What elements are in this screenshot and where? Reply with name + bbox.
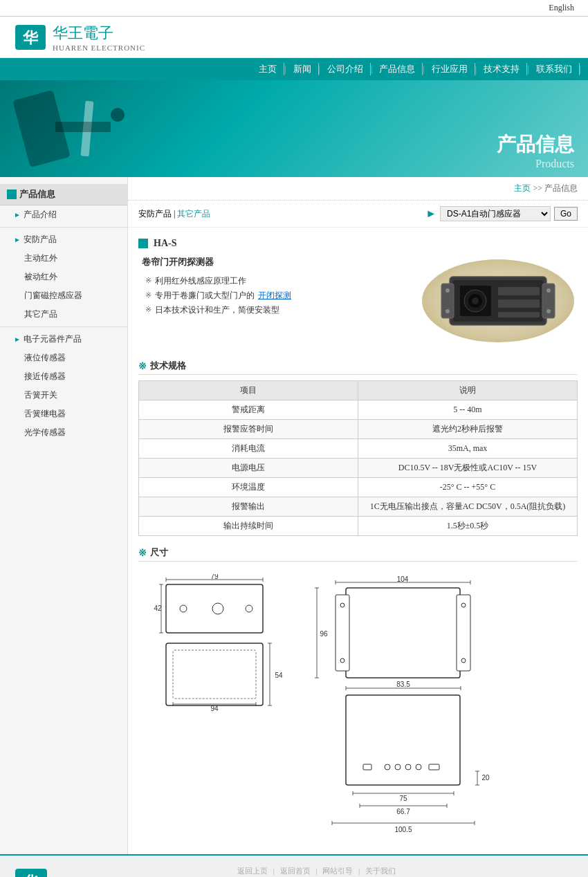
- spec-item-6: 报警输出: [139, 497, 358, 517]
- svg-text:96: 96: [320, 630, 328, 638]
- sidebar-item-product-intro[interactable]: ► 产品介绍: [0, 205, 127, 224]
- svg-point-5: [445, 288, 450, 293]
- spec-section-header: ※ 技术规格: [138, 360, 578, 375]
- logo-company-en: HUAREN ELECTRONIC: [53, 44, 145, 52]
- product-features: 利用红外线感应原理工作 专用于卷廉门或大型门户的开闭探测 日本技术设计和生产，简…: [138, 274, 419, 317]
- svg-rect-43: [457, 595, 470, 671]
- feature-2: 专用于卷廉门或大型门户的开闭探测: [145, 288, 419, 303]
- svg-point-9: [546, 309, 551, 313]
- footer-link-guide[interactable]: 网站引导: [322, 867, 353, 875]
- sidebar-item-reed-switch[interactable]: 舌簧开关: [0, 386, 127, 405]
- breadcrumb-home[interactable]: 主页: [514, 183, 531, 193]
- dimensions-area: ※ 尺寸 79: [138, 546, 578, 844]
- sidebar-title-label: 产品信息: [19, 188, 55, 201]
- sidebar-dot-icon: [7, 190, 17, 199]
- sidebar-item-passive-ir[interactable]: 被动红外: [0, 268, 127, 286]
- sidebar-item-active-ir[interactable]: 主动红外: [0, 249, 127, 268]
- sidebar-item-reed-relay[interactable]: 舌簧继电器: [0, 405, 127, 423]
- specs-table: 项目 说明 警戒距离 5 -- 40m 报警应答时间 遮光约2秒种后报警 消耗电…: [138, 380, 578, 536]
- nav-industry[interactable]: 行业应用: [425, 63, 475, 75]
- header: 华 华王電子 HUAREN ELECTRONIC: [0, 17, 588, 58]
- banner-title-en: Products: [497, 158, 574, 170]
- nav-about[interactable]: 公司介绍: [320, 63, 371, 75]
- spec-item-7: 输出持续时间: [139, 517, 358, 536]
- main-nav: 主页 | 新闻 | 公司介绍 | 产品信息 | 行业应用 | 技术支持 | 联系…: [0, 58, 588, 80]
- svg-text:66.7: 66.7: [396, 808, 410, 815]
- sidebar-label-security: 安防产品: [24, 234, 57, 246]
- spec-desc-5: -25° C -- +55° C: [358, 478, 578, 497]
- arrow-icon-3: ►: [14, 335, 21, 343]
- sidebar-label-electronic: 电子元器件产品: [24, 333, 82, 345]
- sidebar-label-product-intro: 产品介绍: [24, 209, 57, 221]
- product-content: HA-S 卷帘门开闭探测器 利用红外线感应原理工作 专用于卷廉门或大型门户的开闭…: [128, 228, 588, 854]
- sidebar-item-security[interactable]: ► 安防产品: [0, 230, 127, 249]
- logo-company-cn: 华王電子: [53, 23, 145, 44]
- nav-products[interactable]: 产品信息: [372, 63, 423, 75]
- footer-logo-icon: 华: [14, 867, 48, 877]
- spec-item-1: 警戒距离: [139, 400, 358, 420]
- nav-contact[interactable]: 联系我们: [529, 63, 580, 75]
- dim-section-header: ※ 尺寸: [138, 546, 578, 562]
- footer-link-back-top[interactable]: 返回上页: [237, 867, 268, 875]
- nav-home[interactable]: 主页: [252, 63, 284, 75]
- logo: 华 华王電子 HUAREN ELECTRONIC: [14, 23, 145, 52]
- dim-section-label: 尺寸: [150, 546, 168, 559]
- title-square-icon: [138, 239, 148, 248]
- product-top-section: 卷帘门开闭探测器 利用红外线感应原理工作 专用于卷廉门或大型门户的开闭探测 日本…: [138, 256, 578, 346]
- svg-text:104: 104: [397, 575, 409, 583]
- go-button[interactable]: Go: [554, 207, 578, 221]
- sidebar-item-proximity[interactable]: 接近传感器: [0, 367, 127, 386]
- spec-desc-3: 35mA, max: [358, 439, 578, 459]
- nav-support[interactable]: 技术支持: [477, 63, 527, 75]
- nav-news[interactable]: 新闻: [286, 63, 319, 75]
- spec-item-4: 电源电压: [139, 459, 358, 478]
- svg-rect-14: [498, 287, 540, 295]
- spec-desc-1: 5 -- 40m: [358, 400, 578, 420]
- sidebar-divider: [0, 227, 127, 228]
- svg-rect-17: [166, 584, 263, 633]
- footer-link-about[interactable]: 关于我们: [365, 867, 396, 875]
- spec-desc-6: 1C无电压输出接点，容量AC DC50V，0.5A(阻抗负载): [358, 497, 578, 517]
- table-row: 电源电压 DC10.5V -- 18V无极性或AC10V -- 15V: [139, 459, 578, 478]
- sidebar-item-optical[interactable]: 光学传感器: [0, 423, 127, 442]
- product-image-oval: [422, 259, 574, 342]
- selector-arrow-icon: ►: [425, 207, 437, 220]
- dimension-diagram-left: 79 42 94: [138, 574, 291, 726]
- svg-rect-54: [346, 695, 460, 785]
- product-path: 安防产品 | 其它产品: [138, 208, 210, 220]
- table-row: 警戒距离 5 -- 40m: [139, 400, 578, 420]
- footer-text: 返回上页 | 返回首页 | 网站引导 | 关于我们 Copyright ©200…: [59, 866, 574, 877]
- table-row: 报警应答时间 遮光约2秒种后报警: [139, 420, 578, 439]
- content-area: 主页 >> 产品信息 安防产品 | 其它产品 ► DS-A1自动门感应器 Go …: [128, 177, 588, 854]
- svg-text:100.5: 100.5: [394, 826, 412, 833]
- product-image: [419, 256, 578, 346]
- dimension-diagram-right: 104 96: [311, 574, 505, 837]
- product-model: HA-S: [154, 238, 176, 249]
- product-path-label: 安防产品 |: [138, 209, 175, 219]
- logo-icon: 华: [14, 24, 47, 51]
- feature-link[interactable]: 开闭探测: [258, 290, 291, 302]
- svg-rect-29: [166, 643, 263, 705]
- spec-item-2: 报警应答时间: [139, 420, 358, 439]
- sidebar-item-liquid[interactable]: 液位传感器: [0, 349, 127, 367]
- footer: 华 返回上页 | 返回首页 | 网站引导 | 关于我们 Copyright ©2…: [0, 854, 588, 877]
- banner: 产品信息 Products: [0, 80, 588, 177]
- breadcrumb: 主页 >> 产品信息: [128, 177, 588, 201]
- svg-rect-40: [336, 595, 349, 671]
- specs-header-item: 项目: [139, 381, 358, 400]
- product-dropdown[interactable]: DS-A1自动门感应器: [440, 206, 551, 221]
- spec-desc-2: 遮光约2秒种后报警: [358, 420, 578, 439]
- svg-text:75: 75: [399, 795, 407, 802]
- sidebar-item-door-sensor[interactable]: 门窗磁控感应器: [0, 286, 127, 305]
- sidebar-divider-2: [0, 326, 127, 327]
- product-path-link[interactable]: 其它产品: [177, 209, 210, 219]
- specs-header-desc: 说明: [358, 381, 578, 400]
- footer-link-home[interactable]: 返回首页: [280, 867, 311, 875]
- language-link[interactable]: English: [549, 3, 574, 13]
- svg-text:94: 94: [210, 705, 219, 712]
- svg-rect-16: [498, 312, 540, 317]
- sidebar-item-electronic[interactable]: ► 电子元器件产品: [0, 330, 127, 349]
- top-bar: English: [0, 0, 588, 17]
- table-row: 环境温度 -25° C -- +55° C: [139, 478, 578, 497]
- sidebar-item-other[interactable]: 其它产品: [0, 305, 127, 324]
